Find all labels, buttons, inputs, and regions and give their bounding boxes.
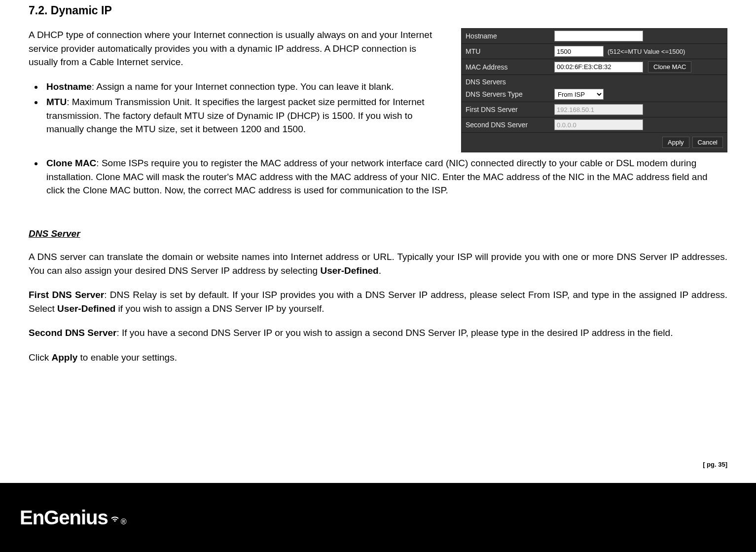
bullet-desc: : Some ISPs require you to register the … <box>46 158 708 195</box>
wifi-icon <box>110 513 120 524</box>
dns-p1: A DNS server can translate the domain or… <box>29 250 727 277</box>
clone-mac-button[interactable]: Clone MAC <box>648 61 691 73</box>
second-dns-label: Second DNS Server <box>466 121 554 129</box>
mtu-input[interactable] <box>554 46 604 57</box>
bullet-list: Hostname: Assign a name for your Interne… <box>29 80 446 136</box>
dns-p2: First DNS Server: DNS Relay is set by de… <box>29 288 727 315</box>
dns-p3: Second DNS Server: If you have a second … <box>29 326 727 340</box>
mtu-label: MTU <box>466 47 554 55</box>
first-dns-label: First DNS Server <box>466 106 554 113</box>
second-dns-input[interactable] <box>554 119 643 130</box>
bullet-label: Hostname <box>46 81 92 92</box>
dns-p4: Click Apply to enable your settings. <box>29 351 727 365</box>
list-item: Clone MAC: Some ISPs require you to regi… <box>43 156 727 197</box>
hostname-label: Hostname <box>466 32 554 40</box>
cancel-button[interactable]: Cancel <box>692 137 723 148</box>
dns-type-select[interactable]: From ISP <box>554 89 604 100</box>
section-number: 7.2. <box>29 4 47 17</box>
logo-text: EnGenius <box>20 507 108 529</box>
hostname-input[interactable] <box>554 31 643 41</box>
page-number: [ pg. 35] <box>703 461 727 468</box>
bullet-desc: : Assign a name for your Internet connec… <box>92 81 394 92</box>
mac-input[interactable] <box>554 62 643 73</box>
dns-servers-header: DNS Servers <box>462 75 727 87</box>
bullet-label: MTU <box>46 97 67 107</box>
apply-button[interactable]: Apply <box>662 137 689 148</box>
dns-server-heading: DNS Server <box>29 227 727 241</box>
first-dns-input[interactable] <box>554 104 643 115</box>
footer-bar: EnGenius ® <box>0 483 756 552</box>
registered-mark: ® <box>121 517 127 526</box>
bullet-desc: : Maximum Transmission Unit. It specifie… <box>46 97 425 134</box>
engenius-logo: EnGenius ® <box>20 507 127 529</box>
section-title: 7.2. Dynamic IP <box>29 4 727 17</box>
mac-label: MAC Address <box>466 63 554 71</box>
list-item: Hostname: Assign a name for your Interne… <box>43 80 446 94</box>
intro-paragraph: A DHCP type of connection where your Int… <box>29 28 446 69</box>
mtu-hint: (512<=MTU Value <=1500) <box>608 48 685 55</box>
list-item: MTU: Maximum Transmission Unit. It speci… <box>43 95 446 136</box>
bullet-list-cont: Clone MAC: Some ISPs require you to regi… <box>29 156 727 197</box>
dns-type-label: DNS Servers Type <box>466 90 554 98</box>
section-name: Dynamic IP <box>51 4 112 17</box>
bullet-label: Clone MAC <box>46 158 96 168</box>
svg-point-0 <box>114 520 115 521</box>
router-config-panel: Hostname MTU (512<=MTU Value <=1500) MAC… <box>461 28 727 152</box>
